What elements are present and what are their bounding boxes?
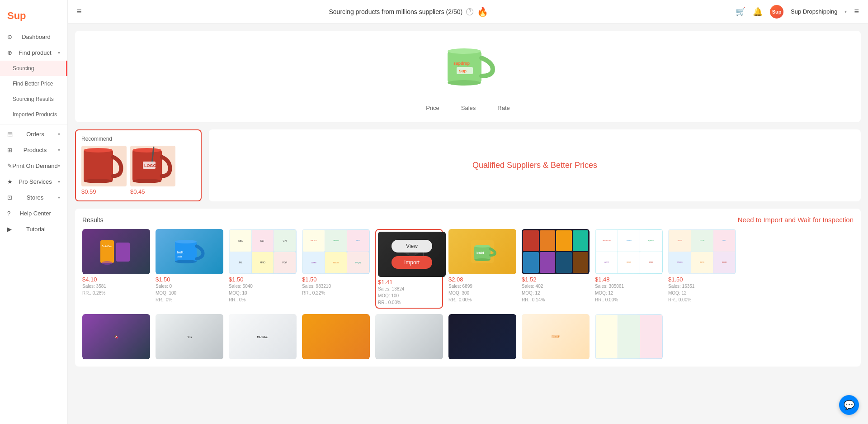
product-img-r5: 中华人民共和国 View Import [378,232,446,277]
product-stats-r6: Sales: 6899MOQ: 300RR.. 0.00% [448,283,516,303]
product-card-r5[interactable]: 中华人民共和国 View Import $1.41 Sales: 13824MO… [375,229,443,309]
sidebar-label-pro-services: Pro Services [19,178,52,185]
results-title: Results [82,216,104,224]
results-section: Results Need to Import and Wait for Insp… [75,209,861,367]
product-card-row2-4[interactable] [302,314,370,359]
rec-product-img-2: LOGO [130,146,175,186]
hamburger-icon[interactable]: ≡ [77,7,82,16]
hero-section: supdrop Sup Price Sales Rate [75,31,861,122]
sourcing-label: Sourcing products from millions supplier… [329,8,462,15]
product-stats-r7: Sales: 402MOQ: 12RR.. 0.14% [522,283,590,303]
product-stats-r8: Sales: 305061MOQ: 12RR.. 0.00% [595,283,663,303]
stores-icon: ⊡ [7,194,12,201]
chevron-icon-stores: ▾ [58,195,60,200]
sidebar-item-orders[interactable]: ▤ Orders ▾ [0,126,67,142]
product-stats-r3: Sales: 5040MOQ: 10RR.. 0% [229,283,297,303]
chevron-icon-orders: ▾ [58,132,60,137]
product-card-r3[interactable]: ABC DEF GHI JKL MNO PQR $1.50 Sales: 504… [229,229,297,309]
product-card-row2-5[interactable] [375,314,443,359]
svg-point-3 [448,48,481,54]
chevron-user-icon[interactable]: ▾ [844,9,847,14]
sidebar-item-print-on-demand[interactable]: ✎ Print On Demand ▾ [0,158,67,174]
sidebar-item-products[interactable]: ⊞ Products ▾ [0,142,67,158]
product-card-r8[interactable]: ABCDEFGHI JKLMNO PQRSTU VWXYZ 012345 678… [595,229,663,309]
print-on-demand-icon: ✎ [7,162,12,169]
mug-svg: supdrop Sup [441,40,495,90]
svg-text:bolt: bolt [177,250,184,254]
product-card-r7[interactable]: $1.52 Sales: 402MOQ: 12RR.. 0.14% [522,229,590,309]
results-cta: Need to Import and Wait for Inspection [738,216,854,224]
svg-point-32 [474,258,491,261]
product-card-r4[interactable]: ABCCD EEFGH IJKK LLMM NNOO PPQQ $1.50 Sa… [302,229,370,309]
username-label[interactable]: Sup Dropshipping [791,8,837,15]
sidebar-item-help-center[interactable]: ? Help Center [0,205,67,221]
rec-product-img-1 [81,146,127,186]
mid-row: Recommend $0.59 [75,129,861,201]
rec-product-1[interactable]: $0.59 [81,146,127,195]
svg-point-20 [175,260,197,263]
product-price-r4: $1.50 [302,276,370,283]
product-img-row2-7: 西班牙 [522,314,590,359]
product-stats-r1: Sales: 3581RR.. 0.28% [82,283,150,296]
product-stats-r4: Sales: 983210RR.. 0.22% [302,283,370,296]
svg-text:supdrop: supdrop [453,61,470,66]
product-card-row2-2[interactable]: YS [156,314,223,359]
tab-sales[interactable]: Sales [458,103,480,113]
find-product-icon: ⊕ [7,49,12,56]
cta-card: Qualified Suppliers & Better Prices [209,129,861,201]
sidebar-item-stores[interactable]: ⊡ Stores ▾ [0,190,67,205]
sidebar-item-find-better-price[interactable]: Find Better Price [0,76,67,91]
help-tooltip-icon[interactable]: ? [466,8,473,15]
sidebar-label-products: Products [24,147,47,153]
chevron-icon-products: ▾ [58,148,60,152]
product-card-row2-1[interactable]: 🍫 [82,314,150,359]
chat-bubble[interactable]: 💬 [839,395,859,415]
sidebar-item-imported-products[interactable]: Imported Products [0,107,67,122]
product-card-row2-3[interactable]: VOGUE [229,314,297,359]
sidebar-item-sourcing[interactable]: Sourcing [0,61,67,76]
product-card-r1[interactable]: ColicCao $4.10 Sales: 3581RR.. 0.28% [82,229,150,309]
chevron-icon-pro: ▾ [58,179,60,184]
sidebar-item-pro-services[interactable]: ★ Pro Services ▾ [0,174,67,190]
rec-product-2[interactable]: LOGO $0.45 [130,146,175,195]
cart-icon[interactable]: 🛒 [736,7,745,17]
view-button-r5[interactable]: View [392,240,432,252]
cta-text: Qualified Suppliers & Better Prices [472,161,597,170]
tab-price[interactable]: Price [422,103,443,113]
sidebar-item-tutorial[interactable]: ▶ Tutorial [0,221,67,237]
product-card-r2[interactable]: bolt tech $1.50 Sales: 0MOQ: 100RR.. 0% [156,229,223,309]
dashboard-icon: ⊙ [7,33,12,40]
pro-services-icon: ★ [7,178,13,185]
svg-rect-6 [84,150,113,181]
sidebar-item-find-product[interactable]: ⊕ Find product ▾ [0,45,67,61]
product-card-r6[interactable]: babi $2.08 Sales: 6899MOQ: 300RR.. 0.00% [448,229,516,309]
product-card-row2-7[interactable]: 西班牙 [522,314,590,359]
svg-point-10 [132,179,161,183]
product-card-row2-8[interactable] [595,314,663,359]
import-button-r5[interactable]: Import [392,256,432,269]
product-img-row2-4 [302,314,370,359]
svg-point-1 [448,80,481,86]
svg-text:babi: babi [476,251,484,255]
product-overlay-r5: View Import [378,232,446,277]
svg-point-33 [474,245,491,248]
divider [0,124,67,124]
recommend-card: Recommend $0.59 [75,129,202,201]
sidebar-item-dashboard[interactable]: ⊙ Dashboard [0,29,67,45]
user-avatar: Sup [770,5,783,19]
menu-icon[interactable]: ≡ [854,7,859,16]
product-card-row2-6[interactable] [448,314,516,359]
product-card-r9[interactable]: ABCCD EEFGH IJKKL MNOPQ RSTUV WXY12 $1.5… [668,229,736,309]
app-logo: Sup [0,5,67,29]
product-price-r5: $1.41 [378,279,440,286]
product-img-row2-2: YS [156,314,223,359]
topbar-left: ≡ [77,7,82,16]
bell-icon[interactable]: 🔔 [753,7,763,17]
svg-point-11 [132,148,161,152]
svg-rect-15 [100,240,114,263]
products-grid-row2: 🍫 YS VOGUE [82,314,854,359]
sidebar-label-sourcing-results: Sourcing Results [13,96,54,102]
svg-point-8 [84,148,113,152]
sidebar-item-sourcing-results[interactable]: Sourcing Results [0,91,67,107]
tab-rate[interactable]: Rate [494,103,513,113]
